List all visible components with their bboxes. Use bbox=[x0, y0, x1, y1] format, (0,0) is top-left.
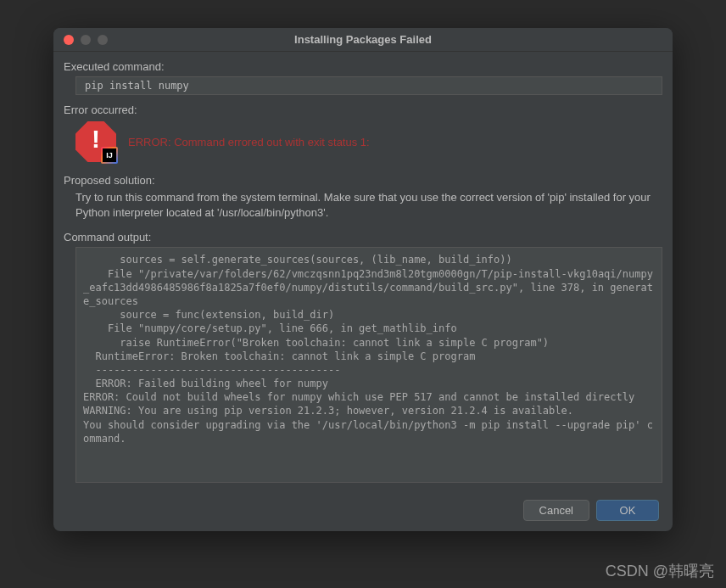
error-row: ! IJ ERROR: Command errored out with exi… bbox=[75, 121, 662, 162]
command-output-label: Command output: bbox=[64, 231, 662, 244]
executed-command-label: Executed command: bbox=[64, 60, 662, 73]
proposed-solution-label: Proposed solution: bbox=[64, 174, 662, 187]
executed-command-value[interactable]: pip install numpy bbox=[75, 76, 662, 95]
minimize-window-button[interactable] bbox=[81, 35, 91, 45]
window-controls bbox=[53, 35, 108, 45]
command-output-textarea[interactable]: sources = self.generate_sources(sources,… bbox=[75, 247, 662, 483]
window-title: Installing Packages Failed bbox=[53, 33, 673, 46]
error-message: ERROR: Command errored out with exit sta… bbox=[128, 136, 370, 148]
ok-button[interactable]: OK bbox=[596, 500, 659, 521]
error-occurred-label: Error occurred: bbox=[64, 104, 662, 116]
dialog-window: Installing Packages Failed Executed comm… bbox=[53, 28, 673, 531]
error-icon: ! IJ bbox=[75, 121, 116, 162]
cancel-button[interactable]: Cancel bbox=[523, 500, 589, 521]
button-row: Cancel OK bbox=[523, 500, 659, 521]
maximize-window-button[interactable] bbox=[98, 35, 108, 45]
watermark-text: CSDN @韩曙亮 bbox=[606, 561, 714, 581]
close-window-button[interactable] bbox=[64, 35, 74, 45]
intellij-badge-icon: IJ bbox=[101, 147, 118, 164]
solution-text: Try to run this command from the system … bbox=[75, 190, 662, 221]
titlebar: Installing Packages Failed bbox=[53, 28, 673, 52]
dialog-content: Executed command: pip install numpy Erro… bbox=[53, 52, 673, 491]
